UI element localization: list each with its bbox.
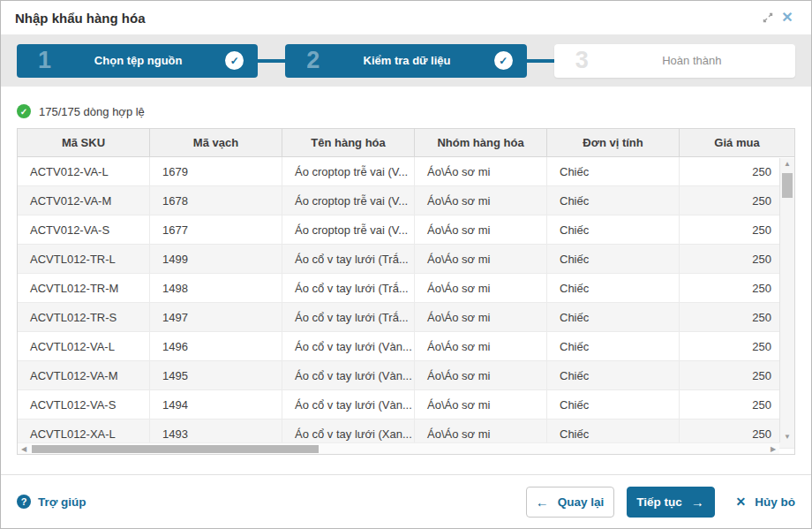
- table-row[interactable]: ACTV012-VA-S1677Áo croptop trễ vai (V...…: [18, 215, 794, 245]
- table-cell: Chiếc: [547, 215, 680, 244]
- table-cell: Chiếc: [547, 303, 680, 331]
- close-icon: ✕: [781, 11, 793, 25]
- question-mark-icon: ?: [17, 495, 31, 509]
- table-row[interactable]: ACTV012-VA-L1679Áo croptop trễ vai (V...…: [18, 157, 794, 186]
- table-cell: 250: [680, 361, 794, 389]
- column-header-product-name[interactable]: Tên hàng hóa: [282, 129, 415, 156]
- validation-status: ✓ 175/175 dòng hợp lệ: [17, 87, 795, 118]
- success-check-icon: ✓: [17, 104, 31, 118]
- check-circle-icon: ✓: [225, 51, 244, 70]
- table-cell: ACVTL012-TR-M: [18, 274, 150, 302]
- x-icon: ✕: [736, 495, 747, 509]
- table-row[interactable]: ACVTL012-TR-S1497Áo cổ v tay lưới (Trắ..…: [18, 303, 794, 332]
- table-cell: Áo\Áo sơ mi: [415, 390, 547, 419]
- column-header-product-group[interactable]: Nhóm hàng hóa: [415, 129, 547, 156]
- step-label: Chọn tệp nguồn: [51, 54, 225, 67]
- table-row[interactable]: ACVTL012-VA-S1494Áo cổ v tay lưới (Vàn..…: [18, 390, 794, 419]
- vertical-scrollbar[interactable]: ▲ ▼: [779, 158, 794, 442]
- table-cell: Chiếc: [547, 361, 680, 389]
- step-check-data[interactable]: 2 Kiểm tra dữ liệu ✓: [285, 44, 526, 78]
- vertical-scrollbar-thumb[interactable]: [782, 173, 793, 198]
- table-cell: Chiếc: [547, 157, 680, 185]
- table-cell: Áo\Áo sơ mi: [415, 245, 547, 273]
- back-button[interactable]: ← Quay lại: [526, 487, 614, 518]
- table-cell: 250: [680, 245, 794, 273]
- close-button[interactable]: ✕: [778, 8, 797, 27]
- horizontal-scrollbar-thumb[interactable]: [32, 445, 319, 453]
- table-cell: Áo\Áo sơ mi: [415, 157, 547, 185]
- table-row[interactable]: ACVTL012-VA-L1496Áo cổ v tay lưới (Vàn..…: [18, 332, 794, 361]
- table-cell: Áo croptop trễ vai (V...: [282, 157, 415, 185]
- table-cell: Áo cổ v tay lưới (Vàn...: [282, 361, 415, 389]
- step-number: 2: [306, 49, 320, 72]
- cancel-label: Hủy bỏ: [755, 495, 795, 509]
- scroll-up-icon[interactable]: ▲: [780, 160, 794, 168]
- continue-button[interactable]: Tiếp tục →: [627, 487, 715, 518]
- step-number: 3: [575, 49, 589, 72]
- dialog-title: Nhập khẩu hàng hóa: [15, 11, 758, 26]
- table-row[interactable]: ACVTL012-TR-M1498Áo cổ v tay lưới (Trắ..…: [18, 274, 794, 303]
- column-header-barcode[interactable]: Mã vạch: [150, 129, 282, 156]
- scroll-left-icon[interactable]: ◀: [18, 445, 30, 453]
- table-cell: Áo cổ v tay lưới (Trắ...: [282, 245, 415, 273]
- table-cell: Áo\Áo sơ mi: [415, 303, 547, 331]
- table-cell: ACTV012-VA-M: [18, 186, 150, 215]
- maximize-button[interactable]: [758, 8, 778, 27]
- step-choose-source-file[interactable]: 1 Chọn tệp nguồn ✓: [17, 44, 258, 78]
- expand-icon: [762, 11, 774, 24]
- column-header-unit[interactable]: Đơn vị tính: [547, 129, 680, 156]
- column-header-purchase-price[interactable]: Giá mua: [680, 129, 794, 156]
- horizontal-scrollbar[interactable]: ◀ ▶: [18, 442, 779, 454]
- table-cell: ACVTL012-TR-S: [18, 303, 150, 331]
- arrow-left-icon: ←: [536, 495, 549, 510]
- step-connector: [258, 59, 285, 63]
- table-cell: 1678: [150, 186, 282, 215]
- table-cell: 1499: [150, 245, 282, 273]
- back-label: Quay lại: [558, 495, 605, 509]
- dialog-content: ✓ 175/175 dòng hợp lệ Mã SKU Mã vạch Tên…: [1, 87, 811, 474]
- table-cell: Áo\Áo sơ mi: [415, 215, 547, 244]
- table-cell: Áo cổ v tay lưới (Trắ...: [282, 303, 415, 331]
- table-cell: Áo\Áo sơ mi: [415, 186, 547, 215]
- step-complete: 3 Hoàn thành ✓: [554, 44, 795, 78]
- preview-data-grid: Mã SKU Mã vạch Tên hàng hóa Nhóm hàng hó…: [17, 128, 795, 455]
- column-header-sku[interactable]: Mã SKU: [18, 129, 150, 156]
- table-body: ACTV012-VA-L1679Áo croptop trễ vai (V...…: [18, 157, 794, 449]
- table-cell: 250: [680, 303, 794, 331]
- continue-label: Tiếp tục: [636, 495, 682, 509]
- table-cell: 250: [680, 390, 794, 419]
- help-label: Trợ giúp: [38, 495, 86, 509]
- table-cell: 1495: [150, 361, 282, 389]
- table-cell: ACTV012-VA-S: [18, 215, 150, 244]
- table-cell: ACVTL012-VA-S: [18, 390, 150, 419]
- scroll-down-icon[interactable]: ▼: [780, 433, 794, 441]
- table-cell: 250: [680, 215, 794, 244]
- table-cell: Áo\Áo sơ mi: [415, 332, 547, 360]
- table-cell: Chiếc: [547, 390, 680, 419]
- table-cell: ACTV012-VA-L: [18, 157, 150, 185]
- table-cell: ACVTL012-TR-L: [18, 245, 150, 273]
- table-cell: 1497: [150, 303, 282, 331]
- cancel-button[interactable]: ✕ Hủy bỏ: [736, 487, 795, 518]
- table-cell: 1496: [150, 332, 282, 360]
- table-cell: 1494: [150, 390, 282, 419]
- table-cell: Chiếc: [547, 274, 680, 302]
- table-cell: Chiếc: [547, 245, 680, 273]
- table-cell: Áo croptop trễ vai (V...: [282, 215, 415, 244]
- table-row[interactable]: ACVTL012-TR-L1499Áo cổ v tay lưới (Trắ..…: [18, 245, 794, 274]
- table-cell: Áo cổ v tay lưới (Vàn...: [282, 390, 415, 419]
- help-button[interactable]: ? Trợ giúp: [17, 495, 86, 509]
- table-row[interactable]: ACTV012-VA-M1678Áo croptop trễ vai (V...…: [18, 186, 794, 215]
- table-cell: Áo cổ v tay lưới (Trắ...: [282, 274, 415, 302]
- table-cell: 1679: [150, 157, 282, 185]
- step-connector: [527, 59, 554, 63]
- table-row[interactable]: ACVTL012-VA-M1495Áo cổ v tay lưới (Vàn..…: [18, 361, 794, 390]
- arrow-right-icon: →: [691, 495, 704, 510]
- dialog-titlebar: Nhập khẩu hàng hóa ✕: [1, 1, 811, 34]
- scroll-right-icon[interactable]: ▶: [767, 445, 779, 453]
- table-cell: 250: [680, 157, 794, 185]
- table-cell: ACVTL012-VA-M: [18, 361, 150, 389]
- table-cell: Áo\Áo sơ mi: [415, 274, 547, 302]
- table-cell: ACVTL012-VA-L: [18, 332, 150, 360]
- table-cell: 250: [680, 274, 794, 302]
